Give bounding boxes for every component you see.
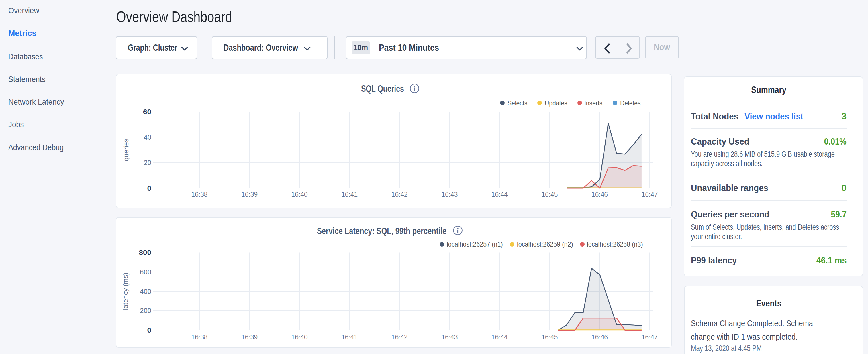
svg-text:20: 20 <box>144 159 151 166</box>
svg-text:16:46: 16:46 <box>591 190 608 198</box>
svg-text:0: 0 <box>147 185 152 192</box>
svg-text:16:40: 16:40 <box>291 333 308 341</box>
svg-text:16:38: 16:38 <box>191 333 208 341</box>
svg-text:0: 0 <box>147 326 152 334</box>
svg-text:400: 400 <box>140 288 151 295</box>
svg-text:16:38: 16:38 <box>191 190 208 198</box>
svg-text:latency (ms): latency (ms) <box>122 273 129 310</box>
svg-text:16:47: 16:47 <box>642 333 658 341</box>
svg-text:40: 40 <box>144 133 151 141</box>
svg-text:16:42: 16:42 <box>392 190 408 198</box>
svg-text:16:44: 16:44 <box>492 190 508 198</box>
svg-text:16:41: 16:41 <box>341 190 358 198</box>
svg-text:16:46: 16:46 <box>591 333 608 341</box>
svg-text:800: 800 <box>139 249 152 256</box>
svg-text:16:40: 16:40 <box>291 190 308 198</box>
svg-text:16:47: 16:47 <box>642 190 658 198</box>
svg-text:16:45: 16:45 <box>541 190 558 198</box>
svg-text:16:43: 16:43 <box>441 333 458 341</box>
svg-text:600: 600 <box>140 268 151 276</box>
svg-text:16:39: 16:39 <box>241 333 258 341</box>
svg-text:200: 200 <box>140 307 151 315</box>
svg-text:16:44: 16:44 <box>492 333 508 341</box>
svg-text:16:39: 16:39 <box>241 190 258 198</box>
svg-text:60: 60 <box>143 108 151 116</box>
svg-text:queries: queries <box>122 139 130 161</box>
svg-text:16:43: 16:43 <box>441 190 458 198</box>
svg-text:16:45: 16:45 <box>541 333 558 341</box>
svg-text:16:42: 16:42 <box>392 333 408 341</box>
svg-text:16:41: 16:41 <box>341 333 358 341</box>
